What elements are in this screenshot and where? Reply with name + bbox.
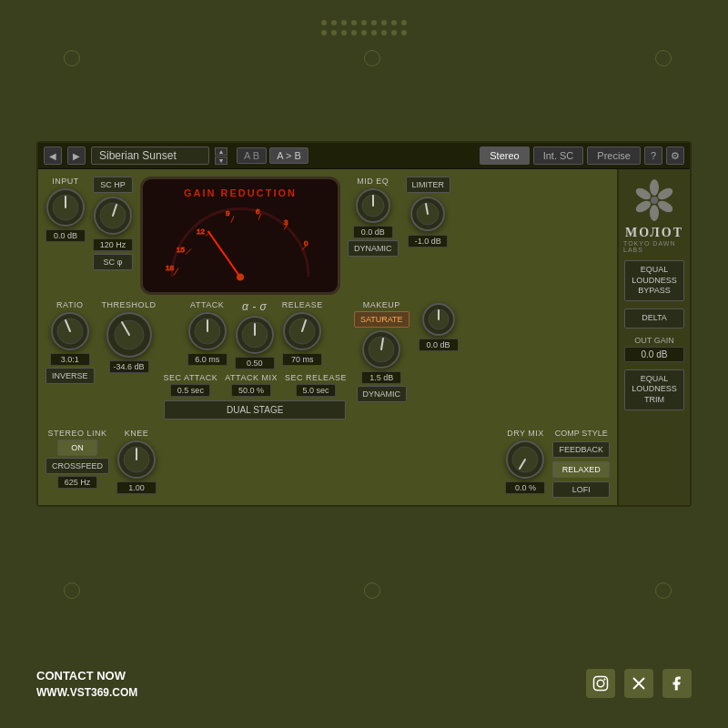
int-sc-button[interactable]: Int. SC [533, 147, 584, 165]
facebook-icon[interactable] [662, 669, 692, 698]
stereo-button[interactable]: Stereo [480, 147, 529, 165]
settings-button[interactable]: ⚙ [666, 147, 684, 165]
social-icons [586, 669, 692, 698]
threshold-value: -34.6 dB [109, 360, 149, 373]
mid-eq-dynamic-button[interactable]: DYNAMIC [348, 240, 399, 257]
threshold-label: THRESHOLD [102, 300, 157, 309]
attack-value: 6.0 ms [187, 353, 228, 366]
twitter-icon[interactable] [624, 669, 653, 698]
release-knob[interactable] [282, 311, 322, 351]
deco-circle-2 [364, 50, 380, 66]
deco-circle-3 [655, 50, 672, 66]
sc-hp-button[interactable]: SC HP [93, 177, 133, 193]
ab-button-a[interactable]: A B [237, 147, 267, 164]
help-button[interactable]: ? [644, 147, 662, 165]
ratio-knob[interactable] [50, 311, 90, 351]
sc-phi-button[interactable]: SC φ [93, 254, 133, 270]
limiter-value: -1.0 dB [408, 235, 448, 248]
svg-point-64 [603, 679, 605, 681]
sec-attack-value: 0.5 sec [170, 384, 210, 397]
gain-reduction-label: GAIN REDUCTION [184, 187, 297, 198]
comp-style-label: COMP STYLE [552, 429, 610, 438]
dry-mix-knob[interactable] [505, 440, 545, 480]
svg-line-12 [231, 217, 234, 223]
inverse-button[interactable]: INVERSE [46, 368, 95, 384]
instagram-icon[interactable] [586, 669, 615, 698]
svg-text:15: 15 [177, 246, 185, 254]
sec-release-group: SEC RELEASE 5.0 sec [285, 373, 347, 397]
delta-button[interactable]: DELTA [624, 308, 684, 329]
alpha-value: 0.50 [235, 357, 275, 369]
knee-value: 1.00 [116, 481, 157, 494]
attack-group: ATTACK 6.0 ms [187, 300, 228, 369]
dual-stage-button[interactable]: DUAL STAGE [164, 400, 346, 420]
main-panel: INPUT 0.0 dB SC HP 1 [38, 169, 690, 505]
vu-meter-svg: 18 15 12 9 6 3 0 [158, 202, 322, 284]
attack-row: ATTACK 6.0 ms α - σ [187, 300, 323, 369]
saturate-knob[interactable] [421, 302, 456, 337]
svg-point-21 [237, 274, 244, 281]
precise-button[interactable]: Precise [587, 147, 641, 165]
mid-eq-knob[interactable] [355, 187, 391, 224]
plugin-window: ◀ ▶ Siberian Sunset ▲ ▼ A B A > B Stereo… [36, 141, 692, 507]
ab-button-atob[interactable]: A > B [269, 147, 308, 164]
svg-text:12: 12 [197, 228, 205, 236]
stereo-link-label: STEREO LINK [48, 429, 107, 438]
makeup-knob[interactable] [361, 329, 401, 369]
attack-knob[interactable] [187, 311, 228, 351]
lofi-button[interactable]: LOFI [552, 481, 610, 498]
saturate-button[interactable]: SATURATE [354, 311, 410, 328]
logo-sub: TOKYO DAWN LABS [623, 240, 685, 253]
knee-knob[interactable] [116, 440, 157, 480]
stereo-link-on-button[interactable]: ON [57, 440, 97, 456]
top-bar: ◀ ▶ Siberian Sunset ▲ ▼ A B A > B Stereo… [38, 143, 690, 169]
input-label: INPUT [52, 177, 79, 186]
limiter-group: LIMITER -1.0 dB [406, 177, 451, 248]
contact-line1: CONTACT NOW [36, 667, 137, 685]
deco-circle-4 [64, 582, 80, 599]
preset-name[interactable]: Siberian Sunset [91, 147, 209, 165]
next-preset-button[interactable]: ▶ [67, 147, 86, 165]
relaxed-button[interactable]: RELAXED [552, 461, 610, 478]
preset-arrows: ▲ ▼ [215, 147, 228, 165]
limiter-knob[interactable] [410, 196, 446, 232]
input-knob[interactable] [46, 187, 86, 228]
preset-down-button[interactable]: ▼ [215, 157, 228, 165]
preset-up-button[interactable]: ▲ [215, 147, 228, 156]
threshold-group: THRESHOLD -34.6 dB [102, 300, 157, 373]
equal-loudness-trim-button[interactable]: EQUAL LOUDNESS TRIM [624, 369, 684, 410]
right-controls: MID EQ 0.0 dB DYNAMIC LIMITER [348, 177, 466, 257]
svg-line-20 [208, 232, 240, 278]
svg-text:6: 6 [256, 207, 260, 216]
attack-label: ATTACK [190, 300, 224, 309]
svg-point-55 [650, 179, 659, 196]
mid-eq-value: 0.0 dB [353, 226, 393, 238]
saturate-group: 0.0 dB [419, 300, 459, 351]
dry-mix-group: DRY MIX 0.0 % [505, 429, 545, 494]
makeup-dynamic-button[interactable]: DYNAMIC [357, 386, 408, 402]
svg-line-8 [186, 249, 191, 255]
decorative-dots [321, 20, 407, 35]
sc-hp-knob[interactable] [93, 196, 133, 236]
attack-mix-value: 50.0 % [231, 384, 271, 397]
equal-loudness-bypass-button[interactable]: EQUAL LOUDNESS BYPASS [624, 260, 684, 301]
top-section: INPUT 0.0 dB SC HP 1 [46, 177, 610, 295]
alpha-knob[interactable] [235, 315, 275, 355]
out-gain-value: 0.0 dB [624, 347, 684, 362]
makeup-group: MAKEUP SATURATE 1.5 dB DYNAMIC [354, 300, 410, 402]
left-area: INPUT 0.0 dB SC HP 1 [38, 169, 617, 505]
stereo-link-group: STEREO LINK ON CROSSFEED 625 Hz [46, 429, 109, 489]
makeup-comp-section: MAKEUP SATURATE 1.5 dB DYNAMIC [354, 300, 459, 402]
sc-hp-section: SC HP 120 Hz SC φ [93, 177, 133, 270]
alpha-label: α - σ [242, 300, 267, 313]
deco-circle-5 [364, 582, 380, 599]
logo-text: МОЛОТ [625, 226, 683, 240]
prev-preset-button[interactable]: ◀ [44, 147, 62, 165]
crossfeed-button[interactable]: CROSSFEED [46, 458, 109, 474]
threshold-knob[interactable] [106, 311, 153, 359]
feedback-button[interactable]: FEEDBACK [552, 441, 610, 458]
limiter-button[interactable]: LIMITER [406, 177, 451, 193]
sec-release-label: SEC RELEASE [285, 373, 347, 382]
svg-text:9: 9 [226, 209, 230, 217]
svg-line-6 [174, 268, 178, 276]
